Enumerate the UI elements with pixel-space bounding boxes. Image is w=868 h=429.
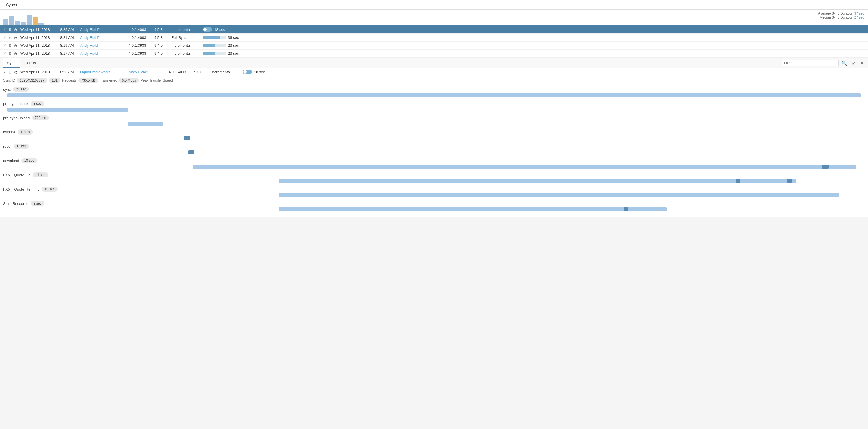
timeline-bar-3-0 bbox=[184, 136, 190, 140]
timeline-row-label-7: FX5__Quote_Item__c bbox=[3, 187, 39, 191]
row-type-0: Incremental bbox=[172, 27, 203, 32]
check-icon-3: ✓ bbox=[3, 51, 8, 56]
win-icon-1: ⊞ bbox=[8, 36, 14, 40]
timeline-row-label-2: pre-sync-upload bbox=[3, 116, 30, 120]
sync-icon-2: ◔ bbox=[14, 44, 20, 48]
syncs-tab[interactable]: Syncs bbox=[0, 0, 23, 9]
timeline-row: pre-sync-upload722 ms bbox=[3, 115, 865, 126]
timeline-row: reset16 ms bbox=[3, 144, 865, 155]
row-version-0: 4.0.1.4003 bbox=[129, 27, 154, 32]
row-duration-2: 23 sec bbox=[203, 43, 239, 48]
timeline-bar-7-0 bbox=[279, 193, 839, 197]
row-api-3: 9.4.0 bbox=[154, 51, 172, 56]
search-icon-btn[interactable]: 🔍 bbox=[840, 59, 849, 67]
row-api-0: 9.5.3 bbox=[154, 27, 172, 32]
timeline-label-0: sync24 sec bbox=[3, 87, 865, 92]
toggle-0[interactable] bbox=[203, 27, 212, 32]
detail-date: Wed Apr 11, 2018 bbox=[20, 70, 60, 74]
row-time-0: 8:25 AM bbox=[60, 27, 80, 32]
check-icon-0: ✓ bbox=[3, 27, 8, 32]
info-bar: Sync ID 1523453107827 131 Requests 735.5… bbox=[0, 76, 868, 85]
timeline-bar-area-2 bbox=[3, 122, 865, 126]
timeline-time-badge-8: 9 sec bbox=[31, 201, 44, 206]
chart-area: Average Sync Duration 37 sec Median Sync… bbox=[0, 10, 868, 25]
timeline-label-4: reset16 ms bbox=[3, 144, 865, 149]
chart-bar-1 bbox=[3, 19, 8, 25]
detail-user: Andy Field2 bbox=[129, 70, 168, 74]
timeline-label-1: pre-sync-check3 sec bbox=[3, 101, 865, 106]
timeline-bar-area-7 bbox=[3, 193, 865, 197]
timeline-row: FX5__Quote_Item__c15 sec bbox=[3, 187, 865, 197]
sync-row[interactable]: ✓ ⊞ ◔ Wed Apr 11, 2018 8:25 AM Andy Fiel… bbox=[0, 25, 868, 34]
row-time-1: 8:21 AM bbox=[60, 35, 80, 40]
timeline-row-label-3: migrate bbox=[3, 130, 16, 134]
sync-icon: ◔ bbox=[14, 70, 20, 74]
row-duration-text-3: 23 sec bbox=[228, 51, 239, 56]
timeline-bar-area-8 bbox=[3, 207, 865, 212]
timeline-bar-area-5 bbox=[3, 164, 865, 169]
expand-icon-btn[interactable]: ⤢ bbox=[850, 59, 857, 67]
user-link-1[interactable]: Andy Field2 bbox=[80, 35, 100, 40]
check-icon-2: ✓ bbox=[3, 43, 8, 48]
user-link-2[interactable]: Andy Field bbox=[80, 43, 97, 48]
user-link-3[interactable]: Andy Field bbox=[80, 51, 97, 56]
timeline-bar-4-0 bbox=[188, 150, 194, 154]
timeline-row: download18 sec bbox=[3, 158, 865, 169]
timeline-row: StaticResource9 sec bbox=[3, 201, 865, 212]
row-time-3: 8:17 AM bbox=[60, 51, 80, 56]
timeline-bar-5-1 bbox=[822, 164, 829, 168]
timeline-label-3: migrate10 ms bbox=[3, 129, 865, 135]
win-icon-2: ⊞ bbox=[8, 44, 14, 48]
timeline-row: FX5__Quote__c14 sec bbox=[3, 172, 865, 183]
company-link[interactable]: LiquidFrameworks bbox=[80, 70, 111, 74]
timeline-label-5: download18 sec bbox=[3, 158, 865, 163]
sync-row[interactable]: ✓ ⊞ ◔ Wed Apr 11, 2018 8:21 AM Andy Fiel… bbox=[0, 34, 868, 42]
timeline-row-label-4: reset bbox=[3, 144, 11, 149]
timeline-row: sync24 sec bbox=[3, 87, 865, 97]
tab-sync[interactable]: Sync bbox=[3, 59, 20, 68]
timeline-bar-2-0 bbox=[128, 122, 162, 126]
chart-bar-2 bbox=[8, 16, 14, 25]
toggle-pill[interactable] bbox=[243, 70, 252, 74]
row-user-2: Andy Field bbox=[80, 43, 129, 48]
tab-details[interactable]: Details bbox=[20, 59, 40, 68]
win-icon-3: ⊞ bbox=[8, 52, 14, 56]
row-duration-0: 18 sec bbox=[203, 27, 225, 32]
timeline-label-7: FX5__Quote_Item__c15 sec bbox=[3, 187, 865, 192]
timeline-row: migrate10 ms bbox=[3, 129, 865, 140]
sync-row[interactable]: ✓ ⊞ ◔ Wed Apr 11, 2018 8:19 AM Andy Fiel… bbox=[0, 42, 868, 50]
chart-bar-7 bbox=[38, 23, 43, 25]
timeline-row-label-6: FX5__Quote__c bbox=[3, 173, 30, 177]
chart-bar-3 bbox=[14, 21, 20, 25]
timeline-bar-6-1 bbox=[736, 179, 740, 183]
check-icon: ✓ bbox=[3, 70, 8, 74]
row-date-1: Wed Apr 11, 2018 bbox=[20, 35, 60, 40]
check-icon-1: ✓ bbox=[3, 35, 8, 40]
duration-bar-1 bbox=[203, 36, 225, 39]
filter-input[interactable] bbox=[782, 60, 839, 66]
timeline-time-badge-4: 16 ms bbox=[14, 144, 29, 149]
detail-company: LiquidFrameworks bbox=[80, 70, 129, 74]
avg-label: Average Sync Duration bbox=[818, 11, 853, 16]
sync-row[interactable]: ✓ ⊞ ◔ Wed Apr 11, 2018 8:17 AM Andy Fiel… bbox=[0, 50, 868, 58]
timeline-bar-6-2 bbox=[787, 179, 792, 183]
timeline-label-6: FX5__Quote__c14 sec bbox=[3, 172, 865, 177]
chart-bar-5 bbox=[27, 15, 32, 25]
row-duration-text-0: 18 sec bbox=[214, 27, 225, 32]
close-icon-btn[interactable]: ✕ bbox=[858, 59, 865, 67]
bottom-panel: Sync Details 🔍 ⤢ ✕ ✓ ⊞ ◔ Wed Apr 11, 201… bbox=[0, 58, 868, 217]
timeline-bar-1-0 bbox=[7, 108, 128, 112]
detail-duration-value: 18 sec bbox=[254, 70, 265, 74]
row-version-1: 4.0.1.4003 bbox=[129, 35, 154, 40]
timeline-time-badge-0: 24 sec bbox=[13, 87, 29, 92]
chart-bar-6 bbox=[32, 17, 38, 25]
sync-id-value: 1523453107827 bbox=[17, 78, 47, 83]
user-link-0[interactable]: Andy Field2 bbox=[80, 27, 100, 32]
row-duration-text-1: 36 sec bbox=[228, 35, 239, 40]
row-duration-1: 36 sec bbox=[203, 35, 239, 40]
row-date-0: Wed Apr 11, 2018 bbox=[20, 27, 60, 32]
median-value: 27 sec bbox=[854, 16, 864, 20]
row-user-1: Andy Field2 bbox=[80, 35, 129, 40]
avg-value: 37 sec bbox=[854, 11, 864, 16]
user-link[interactable]: Andy Field2 bbox=[129, 70, 148, 74]
